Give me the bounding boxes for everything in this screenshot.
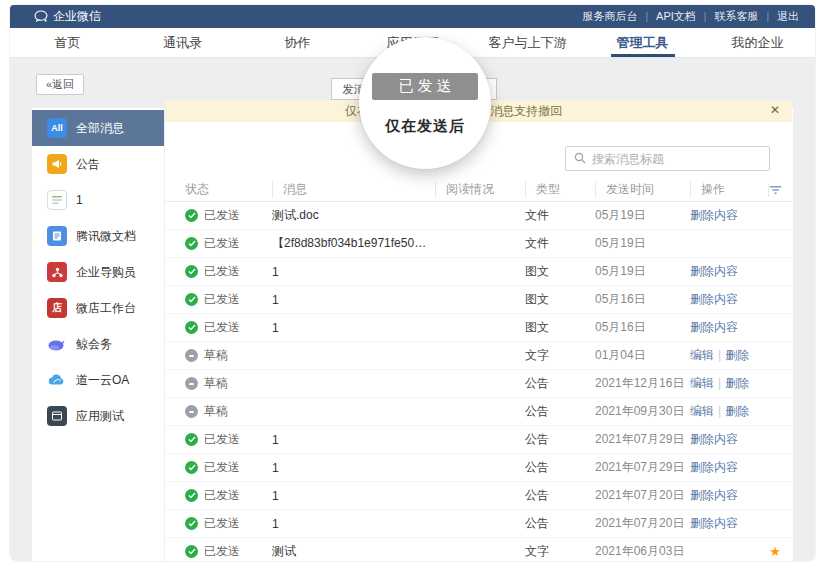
topbar-link-separator: | bbox=[645, 11, 648, 22]
cell-status: 已发送 bbox=[185, 487, 272, 504]
nav-item-首页[interactable]: 首页 bbox=[10, 28, 125, 57]
cell-actions: 删除内容 bbox=[690, 487, 768, 504]
table-row[interactable]: 草稿公告2021年09月30日编辑|删除 bbox=[165, 398, 793, 426]
draft-status-icon bbox=[185, 405, 198, 418]
table-row[interactable]: 已发送1公告2021年07月20日删除内容 bbox=[165, 510, 793, 538]
cell-status: 草稿 bbox=[185, 403, 272, 420]
status-label: 草稿 bbox=[204, 347, 228, 364]
action-删除内容[interactable]: 删除内容 bbox=[690, 488, 738, 502]
cell-message: 1 bbox=[272, 517, 435, 531]
cell-type: 文字 bbox=[525, 543, 595, 560]
action-separator: | bbox=[718, 348, 721, 362]
nav-item-我的企业[interactable]: 我的企业 bbox=[700, 28, 815, 57]
cell-status: 已发送 bbox=[185, 263, 272, 280]
table-row[interactable]: 已发送1图文05月16日删除内容 bbox=[165, 286, 793, 314]
action-删除[interactable]: 删除 bbox=[725, 404, 749, 418]
notes-icon bbox=[47, 190, 67, 210]
main-pane: 状态消息阅读情况类型发送时间操作 已发送测试.doc文件05月19日删除内容已发… bbox=[165, 108, 793, 561]
cell-status: 已发送 bbox=[185, 207, 272, 224]
sent-status-icon bbox=[185, 545, 198, 558]
action-删除[interactable]: 删除 bbox=[725, 348, 749, 362]
topbar-link-1[interactable]: API文档 bbox=[654, 9, 698, 24]
status-label: 已发送 bbox=[204, 235, 240, 252]
sidebar-item-全部消息[interactable]: All全部消息 bbox=[32, 110, 164, 146]
search-box[interactable] bbox=[565, 146, 770, 171]
action-删除内容[interactable]: 删除内容 bbox=[690, 264, 738, 278]
cell-send-date: 2021年06月03日 bbox=[595, 543, 690, 560]
cell-actions: 删除内容 bbox=[690, 263, 768, 280]
cell-send-date: 2021年07月29日 bbox=[595, 459, 690, 476]
nav-item-客户与上下游[interactable]: 客户与上下游 bbox=[470, 28, 585, 57]
topbar-link-0[interactable]: 服务商后台 bbox=[580, 9, 639, 24]
cell-status: 已发送 bbox=[185, 319, 272, 336]
cell-type: 公告 bbox=[525, 403, 595, 420]
table-row[interactable]: 已发送1图文05月16日删除内容 bbox=[165, 314, 793, 342]
brand-name: 企业微信 bbox=[53, 8, 101, 25]
sidebar-item-企业导购员[interactable]: 企业导购员 bbox=[32, 254, 164, 290]
action-删除内容[interactable]: 删除内容 bbox=[690, 432, 738, 446]
cell-type: 图文 bbox=[525, 291, 595, 308]
nav-item-管理工具[interactable]: 管理工具 bbox=[585, 28, 700, 57]
cell-type: 公告 bbox=[525, 487, 595, 504]
magnifier-overlay: 已发送 仅在发送后 bbox=[359, 37, 491, 169]
sidebar-item-label: 全部消息 bbox=[76, 120, 124, 137]
shop-icon: 店 bbox=[47, 298, 67, 318]
table-row[interactable]: 草稿公告2021年12月16日编辑|删除 bbox=[165, 370, 793, 398]
status-label: 已发送 bbox=[204, 459, 240, 476]
status-label: 已发送 bbox=[204, 487, 240, 504]
action-编辑[interactable]: 编辑 bbox=[690, 348, 714, 362]
cell-send-date: 05月19日 bbox=[595, 207, 690, 224]
cell-status: 已发送 bbox=[185, 431, 272, 448]
status-label: 草稿 bbox=[204, 375, 228, 392]
table-row[interactable]: 已发送1公告2021年07月20日删除内容 bbox=[165, 482, 793, 510]
table-row[interactable]: 已发送测试文字2021年06月03日★ bbox=[165, 538, 793, 561]
sidebar-item-道一云OA[interactable]: 道一云OA bbox=[32, 362, 164, 398]
sidebar-item-腾讯微文档[interactable]: 腾讯微文档 bbox=[32, 218, 164, 254]
action-编辑[interactable]: 编辑 bbox=[690, 376, 714, 390]
table-row[interactable]: 已发送1公告2021年07月29日删除内容 bbox=[165, 426, 793, 454]
sidebar-item-微店工作台[interactable]: 店微店工作台 bbox=[32, 290, 164, 326]
topbar: 企业微信 服务商后台|API文档|联系客服|退出 bbox=[10, 5, 815, 28]
sidebar-item-公告[interactable]: 公告 bbox=[32, 146, 164, 182]
brand: 企业微信 bbox=[34, 8, 101, 25]
draft-status-icon bbox=[185, 377, 198, 390]
cell-message: 1 bbox=[272, 489, 435, 503]
filter-icon[interactable] bbox=[768, 183, 782, 197]
sidebar-item-1[interactable]: 1 bbox=[32, 182, 164, 218]
topbar-link-3[interactable]: 退出 bbox=[775, 9, 801, 24]
table-row[interactable]: 草稿文字01月04日编辑|删除 bbox=[165, 342, 793, 370]
action-删除内容[interactable]: 删除内容 bbox=[690, 460, 738, 474]
action-删除[interactable]: 删除 bbox=[725, 376, 749, 390]
column-header-消息: 消息 bbox=[272, 181, 435, 198]
topbar-link-2[interactable]: 联系客服 bbox=[712, 9, 760, 24]
nav-item-协作[interactable]: 协作 bbox=[240, 28, 355, 57]
cell-send-date: 2021年07月20日 bbox=[595, 515, 690, 532]
cell-message: 测试.doc bbox=[272, 207, 435, 224]
table-row[interactable]: 已发送【2f8d83bf034b1e971fe5083eea...文件05月19… bbox=[165, 230, 793, 258]
action-删除内容[interactable]: 删除内容 bbox=[690, 292, 738, 306]
sent-status-icon bbox=[185, 489, 198, 502]
table-row[interactable]: 已发送1公告2021年07月29日删除内容 bbox=[165, 454, 793, 482]
cell-status: 已发送 bbox=[185, 515, 272, 532]
sidebar-item-label: 应用测试 bbox=[76, 408, 124, 425]
back-button[interactable]: «返回 bbox=[36, 74, 84, 95]
sent-status-icon bbox=[185, 461, 198, 474]
nav-item-通讯录[interactable]: 通讯录 bbox=[125, 28, 240, 57]
action-删除内容[interactable]: 删除内容 bbox=[690, 320, 738, 334]
action-删除内容[interactable]: 删除内容 bbox=[690, 208, 738, 222]
sent-status-icon bbox=[185, 293, 198, 306]
search-input[interactable] bbox=[592, 152, 761, 166]
table-row[interactable]: 已发送测试.doc文件05月19日删除内容 bbox=[165, 202, 793, 230]
sidebar-item-应用测试[interactable]: 应用测试 bbox=[32, 398, 164, 434]
cell-message: 【2f8d83bf034b1e971fe5083eea... bbox=[272, 235, 435, 252]
close-icon[interactable]: ✕ bbox=[770, 103, 780, 117]
cell-status: 已发送 bbox=[185, 235, 272, 252]
action-删除内容[interactable]: 删除内容 bbox=[690, 516, 738, 530]
cell-send-date: 05月19日 bbox=[595, 235, 690, 252]
table-row[interactable]: 已发送1图文05月19日删除内容 bbox=[165, 258, 793, 286]
sidebar-item-鲸会务[interactable]: 鲸会务 bbox=[32, 326, 164, 362]
status-label: 已发送 bbox=[204, 515, 240, 532]
column-header-状态: 状态 bbox=[185, 181, 272, 198]
action-编辑[interactable]: 编辑 bbox=[690, 404, 714, 418]
star-icon[interactable]: ★ bbox=[768, 544, 781, 559]
